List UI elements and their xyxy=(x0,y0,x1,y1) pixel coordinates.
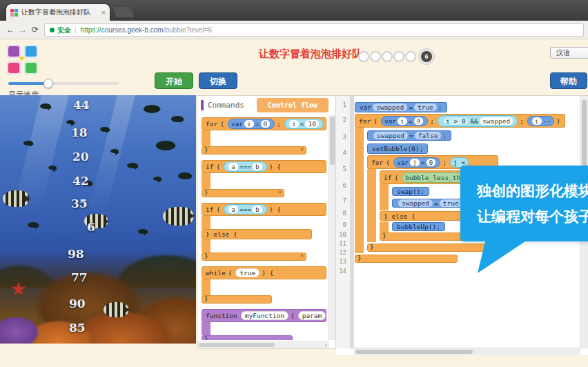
progress-dot xyxy=(393,51,404,62)
block-text: if xyxy=(206,163,213,170)
sort-number: 77 xyxy=(71,270,88,284)
condition-pill[interactable]: a === b xyxy=(224,204,267,215)
var-declaration-block[interactable]: var swapped = true ; xyxy=(355,102,447,112)
line-number: 11 xyxy=(336,240,350,249)
function-block-template[interactable]: function myFunction ( param ) { } xyxy=(202,309,326,340)
block-text: ) { xyxy=(269,163,281,170)
while-block-template[interactable]: while ( true ) { } xyxy=(202,266,326,304)
reload-button[interactable]: ⟳ xyxy=(29,23,41,36)
block-text: = xyxy=(409,103,413,111)
block-text: function xyxy=(206,312,237,319)
block-text: } xyxy=(204,335,208,340)
speed-slider[interactable] xyxy=(8,79,119,88)
start-button[interactable]: 开始 xyxy=(155,72,193,89)
striped-fish-icon xyxy=(163,207,193,226)
sort-number: 6 xyxy=(87,220,95,234)
block-close: } xyxy=(202,295,272,304)
bubble-up-call-block[interactable]: bubbleUp(); xyxy=(392,222,445,231)
striped-fish-icon xyxy=(3,190,29,207)
block-text: true xyxy=(414,103,437,111)
help-button[interactable]: 帮助 xyxy=(550,72,587,89)
block-text: = xyxy=(409,117,413,125)
line-number: 1 xyxy=(336,101,350,117)
condition-pill[interactable]: true xyxy=(235,268,259,277)
var-init-pill[interactable]: var i = 9 xyxy=(381,116,428,126)
swap-call-block[interactable]: swap(); xyxy=(392,187,429,196)
block-end-icon: ✕ xyxy=(300,146,304,152)
tab-control-flow[interactable]: Control flow xyxy=(257,98,329,112)
if-else-block-template[interactable]: if ( a === b ) { } else { xyxy=(202,203,326,261)
block-text: i xyxy=(398,117,407,125)
forward-button[interactable]: → xyxy=(17,23,29,36)
fish-icon xyxy=(144,105,160,113)
toolbox-horizontal-scrollbar[interactable]: ▸ xyxy=(197,341,329,348)
block-text: ; xyxy=(430,117,434,125)
block-text: = xyxy=(255,120,259,128)
assignment-block[interactable]: swapped = false ; xyxy=(367,130,451,141)
block-text: ; xyxy=(438,103,442,111)
condition-pill[interactable]: i > 0 && swapped xyxy=(438,115,518,127)
switch-button[interactable]: 切换 xyxy=(199,72,237,89)
block-text: if xyxy=(384,174,391,181)
condition-pill[interactable]: bubble_less_th xyxy=(402,172,464,183)
new-tab-button[interactable] xyxy=(113,7,135,17)
param-pill[interactable]: param xyxy=(298,311,326,320)
block-text: -- xyxy=(543,117,551,125)
line-number: 5 xyxy=(336,166,350,182)
block-text: ) { xyxy=(269,206,281,213)
sort-number: 85 xyxy=(69,321,86,335)
block-text: ( xyxy=(373,117,378,125)
current-level-badge: 6 xyxy=(418,48,435,65)
fish-icon xyxy=(127,163,138,168)
back-button[interactable]: ← xyxy=(4,23,17,36)
progress-dot xyxy=(405,51,416,62)
block-text: } xyxy=(204,295,208,302)
language-select[interactable]: 汉语 xyxy=(550,47,588,59)
var-init-pill[interactable]: var j = 0 xyxy=(393,157,440,168)
sort-number: 20 xyxy=(72,150,89,163)
block-text: swapped xyxy=(373,103,407,111)
line-number: 9 xyxy=(336,221,350,231)
workspace-horizontal-scrollbar[interactable] xyxy=(354,348,580,355)
line-number: 3 xyxy=(336,133,350,149)
striped-fish-icon xyxy=(104,302,128,317)
fish-icon xyxy=(153,177,161,181)
line-number: 7 xyxy=(336,197,350,210)
block-text: if xyxy=(206,206,213,213)
condition-pill[interactable]: a === b xyxy=(224,161,267,172)
for-block-template[interactable]: for ( var i = 0 ; i < 10 xyxy=(202,117,326,155)
condition-pill[interactable]: i < 10 xyxy=(284,119,324,129)
promo-speech-bubble: 独创的图形化模块 让编程对每个孩子 xyxy=(460,166,588,241)
browser-tab[interactable]: 让数字冒着泡泡排好队 × xyxy=(6,3,110,21)
secure-label: 安全 xyxy=(57,26,71,35)
function-name-pill[interactable]: myFunction xyxy=(241,311,288,320)
line-number: 8 xyxy=(336,210,350,221)
accent-bar xyxy=(201,100,204,110)
tab-close-icon[interactable]: × xyxy=(101,8,106,17)
block-text: ; xyxy=(277,120,281,128)
browser-toolbar: ← → ⟳ 安全 | https://courses.geek-b.com/bu… xyxy=(0,21,588,39)
toolbox-header: Commands Control flow xyxy=(197,96,335,115)
slider-knob[interactable] xyxy=(43,79,53,88)
block-text: var xyxy=(397,159,409,166)
var-init-pill[interactable]: var i = 0 xyxy=(228,119,275,129)
scroll-arrow-icon[interactable]: ▸ xyxy=(323,342,329,348)
block-text: ; xyxy=(442,159,447,166)
star-icon: ★ xyxy=(18,54,25,63)
site-logo: ★ xyxy=(7,45,38,75)
block-text: } xyxy=(357,254,362,261)
fish-icon xyxy=(178,172,192,179)
block-close: } xyxy=(202,335,293,340)
block-text: j < xyxy=(453,159,465,166)
address-bar[interactable]: 安全 | https://courses.geek-b.com/bubble?l… xyxy=(44,23,584,37)
if-block-template[interactable]: if ( a === b ) { } ✕ xyxy=(202,160,326,197)
line-number: 6 xyxy=(336,182,350,197)
increment-pill[interactable]: i -- xyxy=(527,116,554,126)
bubble-line-1: 独创的图形化模块 xyxy=(477,178,588,204)
set-bubble-call-block[interactable]: setBubble(0); xyxy=(367,143,428,154)
comparison-pill: i > 0 xyxy=(442,117,469,126)
sort-number: 90 xyxy=(69,297,86,310)
block-text: ( xyxy=(394,174,398,181)
toolbox-vertical-scrollbar[interactable] xyxy=(329,115,335,340)
tab-title: 让数字冒着泡泡排好队 xyxy=(21,8,99,17)
